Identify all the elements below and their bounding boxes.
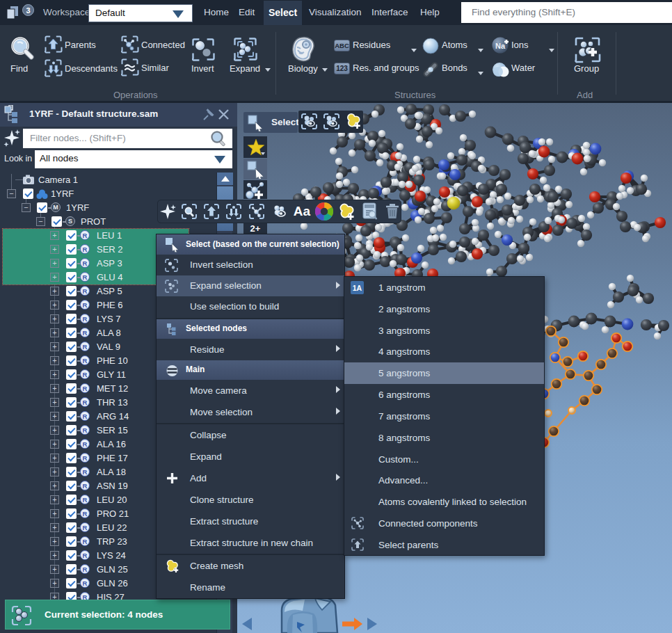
svg-text:Aa: Aa: [294, 204, 311, 218]
svg-text:Na: Na: [495, 42, 506, 50]
svg-text:1A: 1A: [353, 284, 362, 292]
